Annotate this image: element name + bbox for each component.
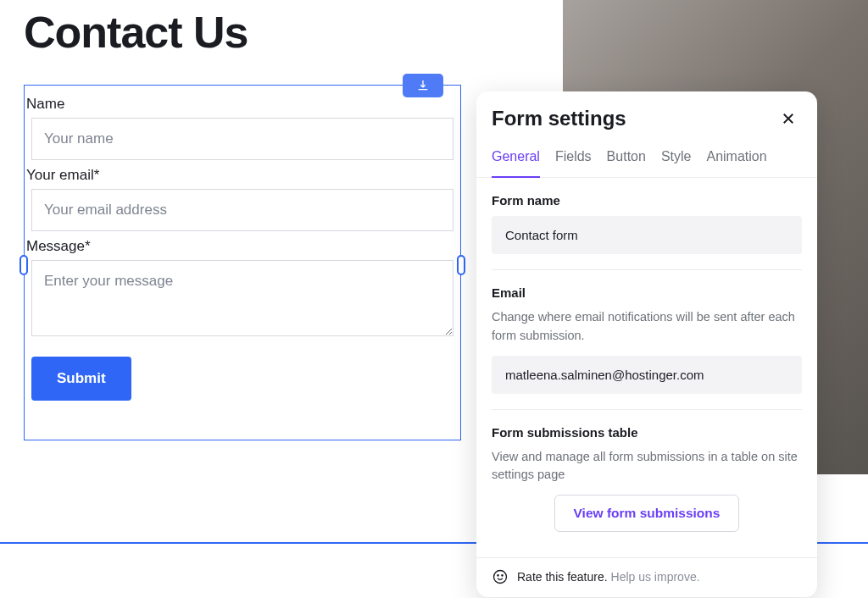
tab-button[interactable]: Button — [607, 139, 646, 178]
submit-button[interactable]: Submit — [31, 357, 131, 401]
svg-point-1 — [498, 575, 498, 576]
resize-handle-right[interactable] — [457, 255, 465, 275]
field-label-name: Name — [26, 89, 459, 118]
close-button[interactable] — [776, 107, 800, 130]
section-submissions: Form submissions table View and manage a… — [492, 409, 802, 548]
submissions-label: Form submissions table — [492, 425, 802, 440]
svg-point-2 — [502, 575, 503, 576]
email-input[interactable] — [31, 189, 453, 231]
view-submissions-button[interactable]: View form submissions — [554, 495, 740, 532]
download-badge[interactable] — [403, 74, 443, 97]
tab-general[interactable]: General — [492, 139, 540, 178]
field-label-message: Message* — [26, 231, 459, 260]
email-label: Email — [492, 285, 802, 300]
rate-feature-text[interactable]: Rate this feature. Help us improve. — [517, 570, 700, 584]
contact-form-selection[interactable]: Name Your email* Message* Submit — [24, 85, 461, 440]
tab-style[interactable]: Style — [661, 139, 692, 178]
smile-icon — [492, 568, 509, 585]
close-icon — [781, 111, 796, 126]
tab-fields[interactable]: Fields — [555, 139, 592, 178]
section-form-name: Form name — [492, 193, 802, 269]
field-label-email: Your email* — [26, 160, 459, 189]
page-heading: Contact Us — [24, 7, 248, 58]
form-name-input[interactable] — [492, 216, 802, 254]
email-desc: Change where email notifications will be… — [492, 308, 802, 346]
message-input[interactable] — [31, 260, 453, 336]
download-icon — [416, 79, 430, 92]
name-input[interactable] — [31, 118, 453, 160]
form-name-label: Form name — [492, 193, 802, 208]
form-settings-panel: Form settings General Fields Button Styl… — [476, 91, 817, 597]
tab-animation[interactable]: Animation — [706, 139, 766, 178]
panel-title: Form settings — [492, 107, 626, 130]
resize-handle-left[interactable] — [19, 255, 28, 275]
panel-footer: Rate this feature. Help us improve. — [476, 557, 817, 597]
section-email: Email Change where email notifications w… — [492, 269, 802, 409]
settings-tabs: General Fields Button Style Animation — [476, 139, 817, 178]
submissions-desc: View and manage all form submissions in … — [492, 448, 802, 485]
rate-strong: Rate this feature. — [517, 570, 608, 584]
contact-form: Name Your email* Message* Submit — [25, 86, 460, 407]
svg-point-0 — [494, 571, 507, 584]
notification-email-input[interactable] — [492, 356, 802, 394]
rate-muted: Help us improve. — [611, 570, 700, 584]
